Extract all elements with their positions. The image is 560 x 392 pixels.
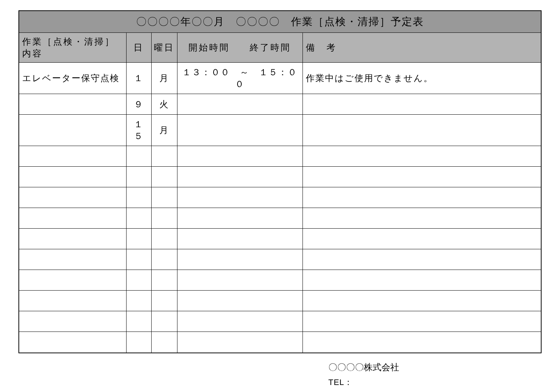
cell-time bbox=[177, 94, 303, 115]
cell-remarks bbox=[303, 249, 541, 270]
cell-weekday bbox=[151, 332, 177, 353]
cell-day: １ bbox=[126, 63, 151, 94]
table-row bbox=[19, 332, 541, 353]
cell-weekday bbox=[151, 249, 177, 270]
cell-content bbox=[19, 187, 126, 208]
cell-content bbox=[19, 208, 126, 229]
header-day: 日 bbox=[126, 33, 151, 63]
cell-time bbox=[177, 167, 303, 187]
cell-day bbox=[126, 332, 151, 353]
cell-weekday bbox=[151, 270, 177, 291]
cell-day bbox=[126, 146, 151, 167]
cell-time bbox=[177, 208, 303, 229]
header-time: 開始時間 終了時間 bbox=[177, 33, 303, 63]
cell-remarks bbox=[303, 332, 541, 353]
cell-content bbox=[19, 167, 126, 187]
cell-day bbox=[126, 311, 151, 332]
cell-day: １５ bbox=[126, 115, 151, 146]
cell-remarks bbox=[303, 291, 541, 311]
table-row bbox=[19, 229, 541, 249]
cell-content bbox=[19, 115, 126, 146]
header-row: 作業［点検・清掃］内容 日 曜日 開始時間 終了時間 備 考 bbox=[19, 33, 541, 63]
schedule-table: 作業［点検・清掃］内容 日 曜日 開始時間 終了時間 備 考 エレベーター保守点… bbox=[19, 33, 541, 353]
cell-remarks bbox=[303, 94, 541, 115]
header-start-time: 開始時間 bbox=[189, 42, 230, 53]
cell-day bbox=[126, 167, 151, 187]
header-remarks: 備 考 bbox=[303, 33, 541, 63]
cell-remarks bbox=[303, 229, 541, 249]
table-row bbox=[19, 146, 541, 167]
cell-content: エレベーター保守点検 bbox=[19, 63, 126, 94]
cell-weekday bbox=[151, 167, 177, 187]
table-row bbox=[19, 208, 541, 229]
header-end-time: 終了時間 bbox=[250, 42, 291, 53]
cell-remarks bbox=[303, 167, 541, 187]
table-row bbox=[19, 311, 541, 332]
cell-tilde: ～ bbox=[230, 67, 259, 77]
cell-day bbox=[126, 208, 151, 229]
schedule-table-wrapper: 〇〇〇〇年〇〇月 〇〇〇〇 作業［点検・清掃］予定表 作業［点検・清掃］内容 日… bbox=[18, 10, 542, 353]
cell-content bbox=[19, 311, 126, 332]
cell-remarks bbox=[303, 311, 541, 332]
table-row: エレベーター保守点検１月１３：００ ～ １５：００作業中はご使用できません。 bbox=[19, 63, 541, 94]
cell-weekday: 月 bbox=[151, 115, 177, 146]
cell-weekday bbox=[151, 146, 177, 167]
cell-remarks bbox=[303, 208, 541, 229]
cell-weekday bbox=[151, 291, 177, 311]
table-row: １５月 bbox=[19, 115, 541, 146]
cell-time bbox=[177, 311, 303, 332]
cell-time bbox=[177, 332, 303, 353]
cell-weekday bbox=[151, 311, 177, 332]
cell-remarks bbox=[303, 187, 541, 208]
cell-day bbox=[126, 187, 151, 208]
cell-remarks bbox=[303, 270, 541, 291]
cell-time bbox=[177, 146, 303, 167]
cell-content bbox=[19, 249, 126, 270]
cell-content bbox=[19, 94, 126, 115]
cell-weekday: 火 bbox=[151, 94, 177, 115]
header-content: 作業［点検・清掃］内容 bbox=[19, 33, 126, 63]
cell-day bbox=[126, 291, 151, 311]
cell-content bbox=[19, 332, 126, 353]
cell-time bbox=[177, 270, 303, 291]
cell-time: １３：００ ～ １５：００ bbox=[177, 63, 303, 94]
cell-time bbox=[177, 115, 303, 146]
table-row bbox=[19, 187, 541, 208]
cell-content bbox=[19, 270, 126, 291]
tel-label: TEL： bbox=[328, 375, 542, 390]
page-title: 〇〇〇〇年〇〇月 〇〇〇〇 作業［点検・清掃］予定表 bbox=[19, 11, 541, 33]
cell-time bbox=[177, 229, 303, 249]
footer: 〇〇〇〇株式会社 TEL： bbox=[18, 359, 542, 390]
cell-weekday bbox=[151, 208, 177, 229]
cell-time bbox=[177, 249, 303, 270]
cell-content bbox=[19, 291, 126, 311]
cell-remarks bbox=[303, 146, 541, 167]
table-row bbox=[19, 249, 541, 270]
company-name: 〇〇〇〇株式会社 bbox=[328, 359, 542, 375]
cell-weekday bbox=[151, 229, 177, 249]
cell-weekday: 月 bbox=[151, 63, 177, 94]
cell-remarks bbox=[303, 115, 541, 146]
header-weekday: 曜日 bbox=[151, 33, 177, 63]
cell-start-time: １３：００ bbox=[182, 67, 230, 77]
cell-remarks: 作業中はご使用できません。 bbox=[303, 63, 541, 94]
cell-day bbox=[126, 270, 151, 291]
cell-day: ９ bbox=[126, 94, 151, 115]
cell-time bbox=[177, 291, 303, 311]
table-row bbox=[19, 270, 541, 291]
cell-content bbox=[19, 229, 126, 249]
cell-day bbox=[126, 249, 151, 270]
cell-weekday bbox=[151, 187, 177, 208]
table-row: ９火 bbox=[19, 94, 541, 115]
cell-time bbox=[177, 187, 303, 208]
cell-day bbox=[126, 229, 151, 249]
table-row bbox=[19, 291, 541, 311]
table-row bbox=[19, 167, 541, 187]
cell-content bbox=[19, 146, 126, 167]
